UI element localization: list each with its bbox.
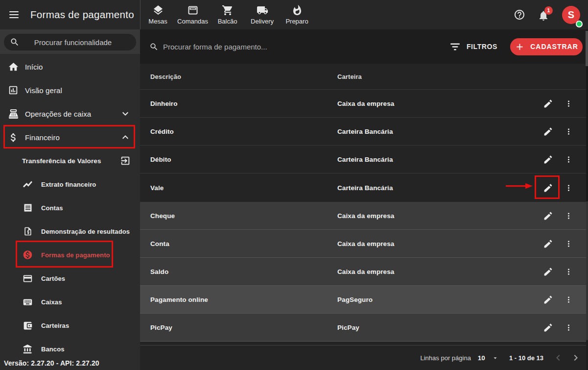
sidebar-item-contas[interactable]: Contas <box>0 196 140 220</box>
toolbar: FILTROS CADASTRAR <box>140 29 588 64</box>
edit-button[interactable] <box>539 179 557 197</box>
more-vert-icon <box>564 211 573 221</box>
avatar[interactable]: S <box>562 6 580 24</box>
sidebar-item-inicio[interactable]: Início <box>0 55 140 78</box>
table-header: Descrição Carteira <box>140 64 586 90</box>
sidebar-item-label: Início <box>25 63 43 71</box>
edit-button[interactable] <box>539 207 557 224</box>
module-label: Preparo <box>285 18 308 25</box>
row-menu-button[interactable] <box>560 207 577 224</box>
table-row[interactable]: Dinheiro Caixa da empresa <box>140 90 586 118</box>
sidebar-search[interactable] <box>4 34 136 50</box>
table-pagination: Linhas por página 10 1 - 10 de 13 <box>140 345 586 370</box>
cell-carteira: Caixa da empresa <box>337 100 539 107</box>
sidebar: Formas de pagamento Início Visão geral <box>0 0 140 370</box>
sidebar-search-input[interactable] <box>20 38 136 47</box>
scrollbar-thumb[interactable] <box>586 31 588 66</box>
sidebar-item-visao-geral[interactable]: Visão geral <box>0 78 140 102</box>
exit-to-app-icon <box>120 155 131 166</box>
more-vert-icon <box>564 127 573 136</box>
rows-per-page-label: Linhas por página <box>421 354 471 362</box>
sidebar-item-caixas[interactable]: Caixas <box>0 290 140 314</box>
module-preparo[interactable]: Preparo <box>280 1 314 28</box>
sidebar-item-label: Caixas <box>41 298 62 306</box>
previous-page-button[interactable] <box>552 352 564 364</box>
sidebar-menu: Início Visão geral Operações de caixa <box>0 55 140 361</box>
table-row[interactable]: Vale Carteira Bancária <box>140 173 586 202</box>
line-chart-icon <box>23 179 33 190</box>
tab-card-icon <box>187 4 199 16</box>
module-balcao[interactable]: Balcão <box>210 1 245 28</box>
edit-button[interactable] <box>539 235 557 252</box>
cell-carteira: Caixa da empresa <box>337 212 539 220</box>
row-menu-button[interactable] <box>560 95 577 112</box>
keyboard-icon <box>23 297 33 307</box>
cell-descricao: Cheque <box>150 212 337 220</box>
row-actions <box>539 291 577 308</box>
table-row[interactable]: Cheque Caixa da empresa <box>140 202 586 230</box>
sidebar-item-operacoes-de-caixa[interactable]: Operações de caixa <box>0 102 140 125</box>
register-button[interactable]: CADASTRAR <box>510 38 583 55</box>
notifications-button[interactable]: 1 <box>538 10 549 22</box>
table-row[interactable]: Saldo Caixa da empresa <box>140 258 586 286</box>
scrollbar-track-bottom <box>586 340 588 370</box>
cell-carteira: Carteira Bancária <box>337 156 539 163</box>
scrollbar-track[interactable] <box>586 29 588 370</box>
sidebar-item-label: Transferência de Valores <box>22 157 101 165</box>
edit-icon <box>543 211 553 221</box>
column-header-descricao: Descrição <box>150 73 337 80</box>
table-row[interactable]: PicPay PicPay <box>140 314 586 342</box>
row-actions <box>539 207 577 224</box>
row-menu-button[interactable] <box>560 179 577 197</box>
scrollbar-track-middle <box>586 201 588 340</box>
help-icon[interactable] <box>514 9 525 21</box>
edit-button[interactable] <box>539 319 557 336</box>
table-search-input[interactable] <box>163 43 369 51</box>
sidebar-item-transferencia-de-valores[interactable]: Transferência de Valores <box>0 149 140 173</box>
rows-per-page-select[interactable]: 10 <box>478 354 499 362</box>
sidebar-item-demonstracao-de-resultados[interactable]: Demonstração de resultados <box>0 220 140 243</box>
edit-button[interactable] <box>539 123 557 140</box>
chevron-right-icon <box>570 352 582 364</box>
next-page-button[interactable] <box>570 352 582 364</box>
receipt-icon <box>23 203 33 213</box>
sidebar-header: Formas de pagamento <box>0 0 140 29</box>
menu-icon[interactable] <box>9 9 19 21</box>
row-menu-button[interactable] <box>560 263 577 280</box>
module-delivery[interactable]: Delivery <box>245 1 280 28</box>
edit-button[interactable] <box>539 263 557 280</box>
row-menu-button[interactable] <box>560 319 577 336</box>
sidebar-search-band <box>0 29 140 54</box>
edit-icon <box>543 183 553 193</box>
filter-icon <box>450 43 460 51</box>
table-search[interactable] <box>149 42 450 51</box>
table-row[interactable]: Débito Carteira Bancária <box>140 146 586 173</box>
sidebar-item-extrato-financeiro[interactable]: Extrato financeiro <box>0 173 140 196</box>
sidebar-item-formas-de-pagamento[interactable]: Formas de pagamento <box>0 243 140 267</box>
sidebar-item-carteiras[interactable]: Carteiras <box>0 314 140 337</box>
sidebar-item-bancos[interactable]: Bancos <box>0 337 140 361</box>
row-menu-button[interactable] <box>560 235 577 252</box>
filters-button[interactable]: FILTROS <box>450 43 497 51</box>
sidebar-item-cartoes[interactable]: Cartões <box>0 267 140 290</box>
row-actions <box>539 95 577 112</box>
module-label: Mesas <box>148 18 167 25</box>
table-row[interactable]: Crédito Carteira Bancária <box>140 118 586 146</box>
module-mesas[interactable]: Mesas <box>141 1 175 28</box>
more-vert-icon <box>564 155 573 164</box>
sidebar-item-financeiro[interactable]: Financeiro <box>0 125 140 149</box>
row-menu-button[interactable] <box>560 150 577 168</box>
edit-button[interactable] <box>539 150 557 168</box>
row-menu-button[interactable] <box>560 291 577 308</box>
row-menu-button[interactable] <box>560 123 577 140</box>
table-row[interactable]: Pagamento online PagSeguro <box>140 286 586 314</box>
cell-descricao: Dinheiro <box>150 100 337 107</box>
edit-button[interactable] <box>539 291 557 308</box>
module-comandas[interactable]: Comandas <box>175 1 210 28</box>
cell-carteira: Carteira Bancária <box>337 128 539 135</box>
cell-carteira: PagSeguro <box>337 296 539 303</box>
home-icon <box>7 61 19 73</box>
edit-button[interactable] <box>539 95 557 112</box>
table-row[interactable]: Conta Caixa da empresa <box>140 230 586 258</box>
row-actions <box>539 319 577 336</box>
